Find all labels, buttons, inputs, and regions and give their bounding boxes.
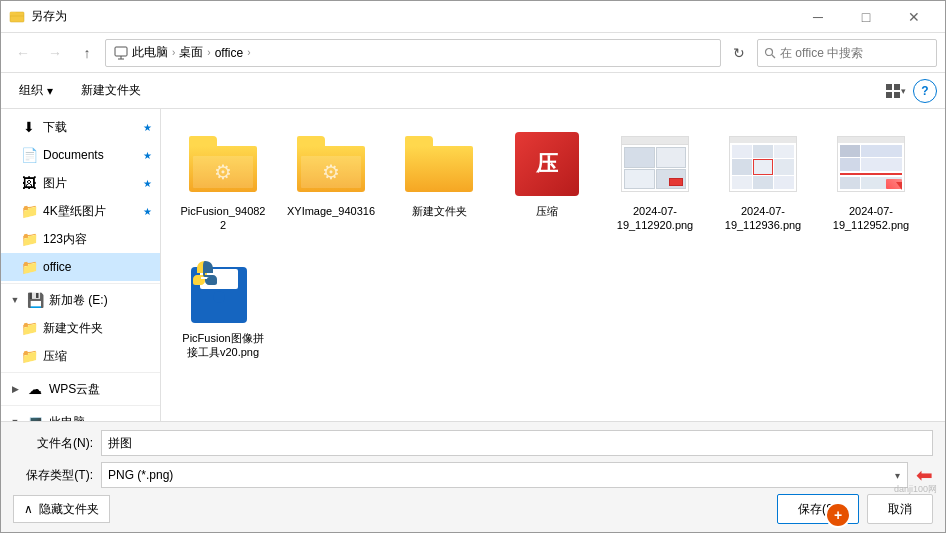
- action-buttons: 保存(S) + 取消: [777, 494, 933, 524]
- breadcrumb-desktop[interactable]: 桌面: [179, 44, 203, 61]
- main-content: ⬇ 下载 ★ 📄 Documents ★ 🖼 图片 ★ 📁 4K壁纸图片 ★ 📁: [1, 109, 945, 421]
- filetype-select[interactable]: PNG (*.png): [101, 462, 908, 488]
- maximize-button[interactable]: □: [843, 1, 889, 33]
- forward-button[interactable]: →: [41, 39, 69, 67]
- sidebar-item-download[interactable]: ⬇ 下载 ★: [1, 113, 160, 141]
- file-area[interactable]: ⚙ PicFusion_940822: [161, 109, 945, 421]
- bottom-bar: 文件名(N): 保存类型(T): PNG (*.png) ▾ ⬅ ∧ 隐藏文件夹: [1, 421, 945, 532]
- sidebar-item-compress[interactable]: 📁 压缩: [1, 342, 160, 370]
- toolbar: 组织 ▾ 新建文件夹 ▾ ?: [1, 73, 945, 109]
- filetype-row: 保存类型(T): PNG (*.png) ▾ ⬅: [13, 462, 933, 488]
- search-box[interactable]: [757, 39, 937, 67]
- thumbnail-112952: [835, 128, 907, 200]
- file-item-png112936[interactable]: 2024-07-19_112936.png: [713, 121, 813, 240]
- file-grid: ⚙ PicFusion_940822: [173, 121, 933, 366]
- thumbnail-112920: [619, 128, 691, 200]
- sidebar-item-office[interactable]: 📁 office: [1, 253, 160, 281]
- sidebar-item-new-folder[interactable]: 📁 新建文件夹: [1, 314, 160, 342]
- file-label-png112936: 2024-07-19_112936.png: [718, 204, 808, 233]
- computer-icon: [114, 46, 128, 60]
- breadcrumb-computer[interactable]: 此电脑: [132, 44, 168, 61]
- file-label-png112920: 2024-07-19_112920.png: [610, 204, 700, 233]
- sidebar-item-documents[interactable]: 📄 Documents ★: [1, 141, 160, 169]
- download-icon: ⬇: [21, 119, 37, 135]
- hide-files-arrow-icon: ∧: [24, 502, 33, 516]
- svg-rect-9: [894, 84, 900, 90]
- svg-rect-10: [886, 92, 892, 98]
- file-item-new-folder[interactable]: 新建文件夹: [389, 121, 489, 240]
- minimize-button[interactable]: ─: [795, 1, 841, 33]
- svg-rect-1: [10, 12, 16, 16]
- file-item-png112952[interactable]: 2024-07-19_112952.png: [821, 121, 921, 240]
- address-bar: ← → ↑ 此电脑 › 桌面 › office › ↻: [1, 33, 945, 73]
- dialog-icon: [9, 9, 25, 25]
- file-item-png112920[interactable]: 2024-07-19_112920.png: [605, 121, 705, 240]
- up-button[interactable]: ↑: [73, 39, 101, 67]
- organize-button[interactable]: 组织 ▾: [9, 77, 63, 105]
- svg-rect-8: [886, 84, 892, 90]
- close-button[interactable]: ✕: [891, 1, 937, 33]
- file-label-picfusion-tool: PicFusion图像拼接工具v20.png: [178, 331, 268, 360]
- search-icon: [764, 47, 776, 59]
- file-label-png112952: 2024-07-19_112952.png: [826, 204, 916, 233]
- wallpaper-icon: 📁: [21, 203, 37, 219]
- cancel-button[interactable]: 取消: [867, 494, 933, 524]
- sidebar: ⬇ 下载 ★ 📄 Documents ★ 🖼 图片 ★ 📁 4K壁纸图片 ★ 📁: [1, 109, 161, 421]
- save-badge: +: [825, 502, 851, 528]
- file-label-new-folder: 新建文件夹: [412, 204, 467, 218]
- sidebar-item-pictures[interactable]: 🖼 图片 ★: [1, 169, 160, 197]
- file-item-picfusion-tool[interactable]: PicFusion图像拼接工具v20.png: [173, 248, 273, 367]
- svg-point-12: [199, 265, 203, 269]
- back-button[interactable]: ←: [9, 39, 37, 67]
- this-pc-icon: 💻: [27, 414, 43, 421]
- breadcrumb-office[interactable]: office: [215, 46, 243, 60]
- pictures-icon: 🖼: [21, 175, 37, 191]
- svg-point-13: [207, 277, 211, 281]
- svg-point-6: [766, 48, 773, 55]
- file-item-compress[interactable]: 压 压缩: [497, 121, 597, 240]
- search-input[interactable]: [780, 46, 930, 60]
- sidebar-item-this-pc[interactable]: ▼ 💻 此电脑: [1, 408, 160, 421]
- title-bar: 另存为 ─ □ ✕: [1, 1, 945, 33]
- file-label-xyimage940316: XYImage_940316: [287, 204, 375, 218]
- sidebar-item-drive-e[interactable]: ▼ 💾 新加卷 (E:): [1, 286, 160, 314]
- compress-folder-icon: 📁: [21, 348, 37, 364]
- filename-row: 文件名(N):: [13, 430, 933, 456]
- help-button[interactable]: ?: [913, 79, 937, 103]
- hide-files-button[interactable]: ∧ 隐藏文件夹: [13, 495, 110, 523]
- file-item-picfusion940822[interactable]: ⚙ PicFusion_940822: [173, 121, 273, 240]
- breadcrumb: 此电脑 › 桌面 › office ›: [105, 39, 721, 67]
- filename-input[interactable]: [101, 430, 933, 456]
- window-controls: ─ □ ✕: [795, 1, 937, 33]
- file-label-picfusion940822: PicFusion_940822: [178, 204, 268, 233]
- svg-rect-3: [115, 47, 127, 56]
- folder-icon-picfusion940822: ⚙: [187, 128, 259, 200]
- office-folder-icon: 📁: [21, 259, 37, 275]
- documents-icon: 📄: [21, 147, 37, 163]
- filetype-label: 保存类型(T):: [13, 467, 93, 484]
- folder-icon-xyimage940316: ⚙: [295, 128, 367, 200]
- svg-rect-11: [894, 92, 900, 98]
- cloud-icon: ☁: [27, 381, 43, 397]
- action-row: ∧ 隐藏文件夹 保存(S) + 取消: [13, 494, 933, 524]
- new-folder-button[interactable]: 新建文件夹: [71, 77, 151, 105]
- watermark: danji100网: [894, 483, 937, 496]
- view-icon: [885, 83, 901, 99]
- refresh-button[interactable]: ↻: [725, 39, 753, 67]
- sidebar-item-123content[interactable]: 📁 123内容: [1, 225, 160, 253]
- svg-line-7: [772, 55, 775, 58]
- thumbnail-112936: [727, 128, 799, 200]
- python-floppy-icon: [187, 255, 259, 327]
- content-icon: 📁: [21, 231, 37, 247]
- sidebar-item-wps[interactable]: ▶ ☁ WPS云盘: [1, 375, 160, 403]
- file-item-xyimage940316[interactable]: ⚙ XYImage_940316: [281, 121, 381, 240]
- filename-label: 文件名(N):: [13, 435, 93, 452]
- folder-icon-new-folder: [403, 128, 475, 200]
- file-label-compress: 压缩: [536, 204, 558, 218]
- drive-icon: 💾: [27, 292, 43, 308]
- filetype-select-wrapper: PNG (*.png) ▾: [101, 462, 908, 488]
- view-button[interactable]: ▾: [881, 77, 909, 105]
- new-folder-icon: 📁: [21, 320, 37, 336]
- dialog-title: 另存为: [31, 8, 67, 25]
- sidebar-item-4k-wallpaper[interactable]: 📁 4K壁纸图片 ★: [1, 197, 160, 225]
